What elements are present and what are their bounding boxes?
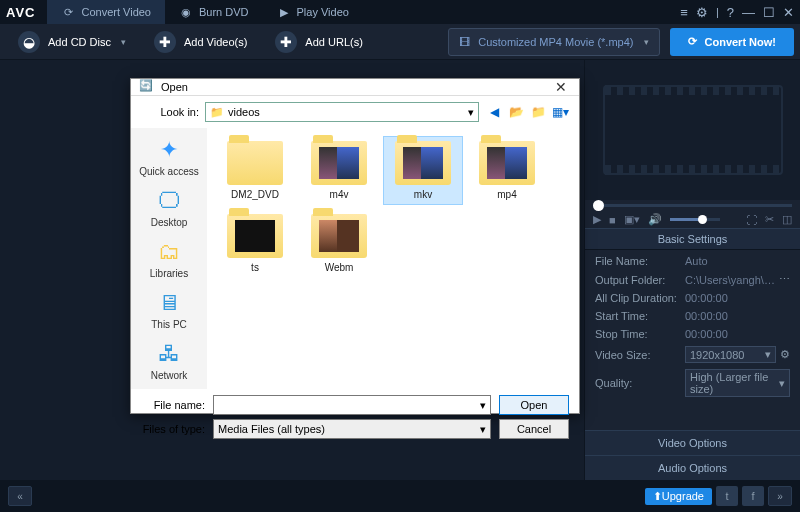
collapse-left-button[interactable]: «	[8, 486, 32, 506]
libraries-icon: 🗂	[153, 238, 185, 266]
play-button[interactable]: ▶	[593, 213, 601, 226]
place-network[interactable]: 🖧Network	[131, 336, 207, 385]
crop-icon[interactable]: ◫	[782, 213, 792, 226]
film-placeholder-icon	[603, 85, 783, 175]
app-icon: 🔄	[139, 79, 155, 95]
maximize-icon[interactable]: ☐	[763, 5, 775, 20]
gear-icon[interactable]: ⚙	[780, 348, 790, 361]
globe-icon: ✚	[275, 31, 297, 53]
titlebar: AVC ⟳Convert Video ◉Burn DVD ▶Play Video…	[0, 0, 800, 24]
up-icon[interactable]: 📂	[507, 103, 525, 121]
right-panel: ▶ ■ ▣▾ 🔊 ⛶ ✂ ◫ Basic Settings File Name:…	[584, 60, 800, 480]
place-quick-access[interactable]: ✦Quick access	[131, 132, 207, 181]
folder-item[interactable]: m4v	[299, 136, 379, 205]
volume-icon[interactable]: 🔊	[648, 213, 662, 226]
snapshot-button[interactable]: ▣▾	[624, 213, 640, 226]
view-menu-icon[interactable]: ▦▾	[551, 103, 569, 121]
gear-icon[interactable]: ⚙	[696, 5, 708, 20]
dialog-title: Open	[161, 81, 188, 93]
folder-item[interactable]: DM2_DVD	[215, 136, 295, 205]
upgrade-button[interactable]: ⬆Upgrade	[645, 488, 712, 505]
tab-play-video[interactable]: ▶Play Video	[263, 0, 363, 24]
folder-item[interactable]: Webm	[299, 209, 379, 278]
add-videos-button[interactable]: ✚Add Video(s)	[142, 28, 259, 56]
link-icon[interactable]: ⛶	[746, 214, 757, 226]
place-this-pc[interactable]: 🖥This PC	[131, 285, 207, 334]
network-icon: 🖧	[153, 340, 185, 368]
audio-options-button[interactable]: Audio Options	[585, 455, 800, 480]
playback-controls: ▶ ■ ▣▾ 🔊 ⛶ ✂ ◫	[585, 211, 800, 228]
place-desktop[interactable]: 🖵Desktop	[131, 183, 207, 232]
video-size-select[interactable]: 1920x1080▾	[685, 346, 776, 363]
twitter-icon[interactable]: t	[716, 486, 738, 506]
chevron-down-icon: ▾	[480, 423, 486, 436]
chevron-down-icon: ▾	[779, 377, 785, 390]
open-file-dialog: 🔄 Open ✕ Look in: 📁videos▾ ◀ 📂 📁 ▦▾ ✦Qui…	[130, 78, 580, 414]
folder-item[interactable]: ts	[215, 209, 295, 278]
app-logo: AVC	[6, 5, 35, 20]
upload-icon: ⬆	[653, 490, 662, 502]
disc-icon: ◉	[179, 5, 193, 19]
open-button[interactable]: Open	[499, 395, 569, 415]
close-icon[interactable]: ✕	[783, 5, 794, 20]
new-folder-icon[interactable]: 📁	[529, 103, 547, 121]
video-options-button[interactable]: Video Options	[585, 430, 800, 455]
close-icon[interactable]: ✕	[551, 79, 571, 95]
refresh-icon: ⟳	[61, 5, 75, 19]
basic-settings-header: Basic Settings	[585, 228, 800, 250]
film-icon: ✚	[154, 31, 176, 53]
star-icon: ✦	[153, 136, 185, 164]
disc-icon: ◒	[18, 31, 40, 53]
filetype-select[interactable]: Media Files (all types)▾	[213, 419, 491, 439]
chevron-down-icon: ▾	[765, 348, 771, 361]
file-list: DM2_DVD m4v mkv mp4 ts Webm	[207, 128, 579, 389]
cancel-button[interactable]: Cancel	[499, 419, 569, 439]
play-icon: ▶	[277, 5, 291, 19]
chevron-down-icon: ▾	[121, 37, 126, 47]
pc-icon: 🖥	[153, 289, 185, 317]
filename-input[interactable]: ▾	[213, 395, 491, 415]
folder-item[interactable]: mkv	[383, 136, 463, 205]
quality-select[interactable]: High (Larger file size)▾	[685, 369, 790, 397]
refresh-icon: ⟳	[688, 35, 697, 48]
cut-icon[interactable]: ✂	[765, 213, 774, 226]
tab-burn-dvd[interactable]: ◉Burn DVD	[165, 0, 263, 24]
collapse-right-button[interactable]: »	[768, 486, 792, 506]
place-libraries[interactable]: 🗂Libraries	[131, 234, 207, 283]
folder-item[interactable]: mp4	[467, 136, 547, 205]
footer: « ⬆Upgrade t f »	[0, 480, 800, 512]
minimize-icon[interactable]: —	[742, 5, 755, 20]
places-bar: ✦Quick access 🖵Desktop 🗂Libraries 🖥This …	[131, 128, 207, 389]
seek-slider[interactable]	[593, 204, 792, 207]
back-icon[interactable]: ◀	[485, 103, 503, 121]
desktop-icon: 🖵	[153, 187, 185, 215]
add-urls-button[interactable]: ✚Add URL(s)	[263, 28, 374, 56]
dialog-titlebar: 🔄 Open ✕	[131, 79, 579, 96]
menu-icon[interactable]: ≡	[680, 5, 688, 20]
facebook-icon[interactable]: f	[742, 486, 764, 506]
chevron-down-icon: ▾	[468, 106, 474, 119]
output-format-select[interactable]: 🎞 Customized MP4 Movie (*.mp4) ▾	[448, 28, 659, 56]
folder-icon: 📁	[210, 106, 224, 119]
help-icon[interactable]: ?	[727, 5, 734, 20]
preview-area	[585, 60, 800, 200]
add-cd-button[interactable]: ◒Add CD Disc▾	[6, 28, 138, 56]
stop-button[interactable]: ■	[609, 214, 616, 226]
tab-convert-video[interactable]: ⟳Convert Video	[47, 0, 165, 24]
chevron-down-icon: ▾	[644, 37, 649, 47]
lookin-select[interactable]: 📁videos▾	[205, 102, 479, 122]
basic-settings: File Name:Auto Output Folder:C:\Users\ya…	[585, 250, 800, 402]
convert-now-button[interactable]: ⟳Convert Now!	[670, 28, 795, 56]
chevron-down-icon: ▾	[480, 399, 486, 412]
volume-slider[interactable]	[670, 218, 720, 221]
film-icon: 🎞	[459, 36, 470, 48]
browse-icon[interactable]: ⋯	[779, 273, 790, 286]
toolbar: ◒Add CD Disc▾ ✚Add Video(s) ✚Add URL(s) …	[0, 24, 800, 60]
